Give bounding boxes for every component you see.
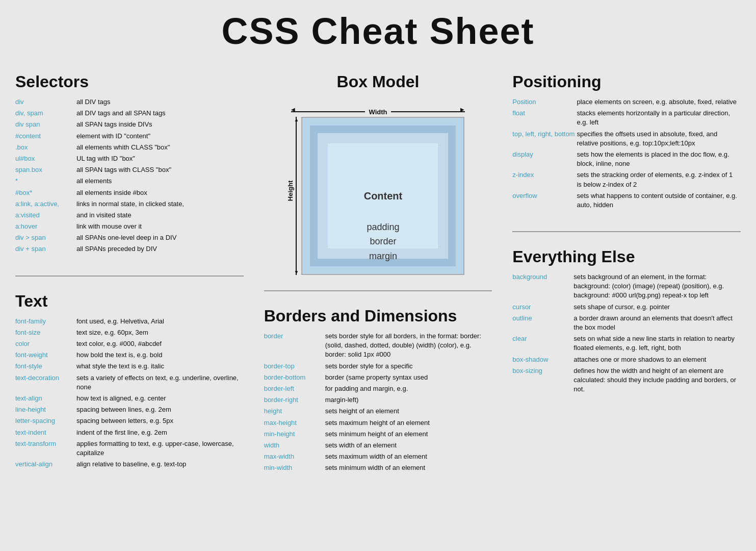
table-row: text-indentindent of the first line, e.g… [15, 427, 244, 438]
property-desc: sets the stracking order of elements, e.… [577, 169, 741, 190]
property-name: border-left [264, 383, 325, 394]
property-name: a:visited [15, 210, 76, 221]
property-name: border-top [264, 361, 325, 372]
property-name: border-right [264, 394, 325, 406]
property-desc: sets width of an element [325, 440, 492, 451]
property-desc: what style the text is e.g. italic [76, 361, 244, 372]
property-desc: all DIV tags [76, 96, 244, 108]
table-row: box-sizingdefines how the width and heig… [512, 365, 741, 395]
property-name: max-width [264, 451, 325, 462]
property-name: float [512, 108, 577, 128]
property-desc: sets minimum width of an element [325, 462, 492, 473]
property-desc: all elements [76, 176, 244, 187]
property-desc: sets on what side a new line starts in r… [573, 333, 741, 354]
table-row: min-widthsets minimum width of an elemen… [264, 462, 492, 473]
property-name: font-size [15, 327, 76, 338]
property-name: min-height [264, 429, 325, 440]
page-title: CSS Cheat Sheet [15, 10, 741, 52]
property-name: width [264, 440, 325, 451]
property-name: a:link, a:active, [15, 198, 76, 210]
table-row: border-rightmargin-left) [264, 394, 492, 406]
table-row: font-weighthow bold the text is, e.g. bo… [15, 349, 244, 361]
property-desc: sets background of an element, in the fo… [573, 271, 741, 302]
property-name: div [15, 96, 76, 108]
property-desc: a border drawn around an elements that d… [573, 313, 741, 333]
property-name: box-sizing [512, 365, 573, 395]
property-name: letter-spacing [15, 415, 76, 427]
property-name: #box* [15, 187, 76, 198]
property-desc: align relative to baseline, e.g. text-to… [76, 459, 244, 470]
table-row: backgroundsets background of an element,… [512, 271, 741, 302]
table-row: a:link, a:active,links in normal state, … [15, 198, 244, 210]
property-name: line-height [15, 404, 76, 415]
table-row: colortext color, e.g. #000, #abcdef [15, 338, 244, 349]
table-row: #box*all elements inside #box [15, 187, 244, 198]
property-desc: text size, e.g. 60px, 3em [76, 327, 244, 338]
property-name: text-indent [15, 427, 76, 438]
text-heading: Text [15, 292, 244, 311]
table-row: text-transformapplies formatting to text… [15, 438, 244, 459]
property-desc: font used, e.g. Helvetiva, Arial [76, 316, 244, 327]
selectors-heading: Selectors [15, 72, 244, 91]
property-name: div span [15, 119, 76, 130]
property-name: div > span [15, 232, 76, 243]
property-desc: applies formatting to text, e.g. upper-c… [76, 438, 244, 459]
property-desc: all SPAN tags with CLASS "box" [76, 164, 244, 176]
table-row: line-heightspacing between lines, e.g. 2… [15, 404, 244, 415]
property-desc: sets minimum height of an element [325, 429, 492, 440]
property-desc: all DIV tags and all SPAN tags [76, 108, 244, 119]
property-desc: how text is aligned, e.g. center [76, 393, 244, 404]
content-label: Content [364, 190, 403, 202]
property-desc: all SPAN tags inside DIVs [76, 119, 244, 130]
table-row: *all elements [15, 176, 244, 187]
property-desc: how bold the text is, e.g. bold [76, 349, 244, 361]
table-row: letter-spacingspacing between letters, e… [15, 415, 244, 427]
table-row: displaysets how the elements is placed i… [512, 149, 741, 169]
property-desc: spacing between lines, e.g. 2em [76, 404, 244, 415]
table-row: widthsets width of an element [264, 440, 492, 451]
property-name: #content [15, 131, 76, 142]
table-row: #contentelement with ID "content" [15, 131, 244, 142]
table-row: overflowsets what happens to content out… [512, 190, 741, 211]
padding-label: padding [302, 220, 463, 235]
positioning-heading: Positioning [512, 72, 741, 91]
property-desc: link with mouse over it [76, 221, 244, 232]
property-name: a:hover [15, 221, 76, 232]
table-row: heightsets height of an element [264, 406, 492, 417]
property-desc: links in normal state, in clicked state, [76, 198, 244, 210]
border-label: border [302, 234, 463, 249]
property-desc: indent of the first line, e.g. 2em [76, 427, 244, 438]
table-row: .boxall elements whith CLASS "box" [15, 142, 244, 153]
property-name: font-weight [15, 349, 76, 361]
property-name: outline [512, 313, 573, 333]
table-row: z-indexsets the stracking order of eleme… [512, 169, 741, 190]
table-row: div + spanall SPANs preceded by DIV [15, 243, 244, 255]
table-row: div spanall SPAN tags inside DIVs [15, 119, 244, 130]
property-name: border [264, 331, 325, 361]
property-name: clear [512, 333, 573, 354]
table-row: bordersets border style for all borders,… [264, 331, 492, 361]
table-row: floatstacks elements horizontally in a p… [512, 108, 741, 128]
property-desc: all elements inside #box [76, 187, 244, 198]
table-row: clearsets on what side a new line starts… [512, 333, 741, 354]
table-row: max-heightsets maximum height of an elem… [264, 417, 492, 429]
property-name: font-family [15, 316, 76, 327]
property-name: color [15, 338, 76, 349]
property-desc: and in visited state [76, 210, 244, 221]
width-label: Width [365, 108, 392, 116]
property-desc: element with ID "content" [76, 131, 244, 142]
property-desc: spacing between letters, e.g. 5px [76, 415, 244, 427]
table-row: text-decorationsets a variety of effects… [15, 372, 244, 393]
table-row: span.boxall SPAN tags with CLASS "box" [15, 164, 244, 176]
selectors-table: divall DIV tagsdiv, spamall DIV tags and… [15, 96, 244, 255]
text-table: font-familyfont used, e.g. Helvetiva, Ar… [15, 316, 244, 470]
property-name: font-style [15, 361, 76, 372]
table-row: font-stylewhat style the text is e.g. it… [15, 361, 244, 372]
table-row: text-alignhow text is aligned, e.g. cent… [15, 393, 244, 404]
property-name: box-shadow [512, 354, 573, 365]
table-row: top, left, right, bottomspecifies the of… [512, 129, 741, 149]
property-desc: defines how the width and height of an e… [573, 365, 741, 395]
property-desc: sets how the elements is placed in the d… [577, 149, 741, 169]
table-row: min-heightsets minimum height of an elem… [264, 429, 492, 440]
property-desc: attaches one or more shadows to an eleme… [573, 354, 741, 365]
